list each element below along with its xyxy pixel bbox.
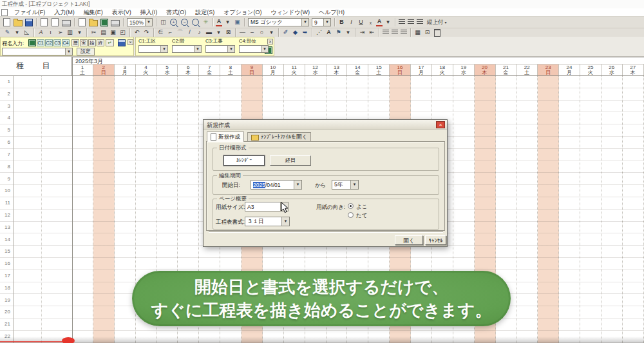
big-text-icon[interactable]: A [325, 28, 333, 37]
day-header-cell[interactable]: 16日 [390, 64, 411, 75]
day-header-cell[interactable]: 17月 [411, 64, 432, 75]
print-preview-icon[interactable] [52, 18, 59, 26]
category-field-select[interactable]: ▼ [239, 45, 269, 53]
grid-day-column[interactable] [580, 76, 601, 343]
select-arrow-icon[interactable]: ➢ [56, 28, 64, 37]
print-sheet-icon[interactable] [111, 20, 120, 26]
zoom-out-icon[interactable]: − [181, 19, 188, 26]
menu-item[interactable]: 書式(O) [162, 8, 191, 16]
menu-item[interactable]: 表示(V) [108, 8, 136, 16]
pen-color-icon[interactable]: ✎ [3, 28, 12, 37]
new-file-icon[interactable] [3, 18, 10, 26]
row-top-align-icon[interactable] [383, 30, 389, 35]
align-left-icon[interactable] [399, 19, 405, 25]
table-icon[interactable]: ▦ [413, 28, 422, 37]
menu-item[interactable]: ウィンドウ(W) [266, 8, 314, 16]
clipboard-icon[interactable]: ◰ [118, 28, 127, 37]
menu-item[interactable]: 編集(E) [79, 8, 108, 16]
c-button-c2[interactable]: C2 [45, 39, 53, 46]
undo-icon[interactable]: ↶ [133, 28, 141, 37]
day-header-cell[interactable]: 4火 [136, 64, 157, 75]
close-icon[interactable]: × [128, 39, 133, 45]
zoom-select[interactable]: 150%▼ [127, 18, 153, 26]
day-header-cell[interactable]: 23日 [538, 64, 559, 75]
align-center-icon[interactable] [408, 19, 414, 25]
ruler-icon[interactable]: ▥ [66, 28, 74, 37]
zoom-region-icon[interactable]: ◫ [159, 18, 167, 26]
toggle-button-1[interactable]: 層 [71, 39, 79, 46]
zoom-fit-icon[interactable] [192, 19, 199, 26]
open-folder-icon[interactable] [14, 20, 23, 26]
day-header-cell[interactable]: 22土 [516, 64, 538, 75]
line-style-icon[interactable]: — [238, 28, 247, 37]
menu-item[interactable]: 入力(M) [50, 8, 79, 16]
day-header-cell[interactable]: 14金 [347, 64, 368, 75]
text-color-dropdown-icon[interactable]: ▾ [384, 18, 392, 26]
page-copy-icon[interactable] [41, 18, 48, 26]
freeform-icon[interactable]: ♪ [195, 28, 204, 37]
settings-button[interactable]: 設定 [77, 48, 95, 55]
eraser-icon[interactable]: ◺ [23, 28, 31, 37]
day-header-cell[interactable]: 2日 [93, 64, 115, 75]
c-button-c4[interactable]: C4 [62, 39, 70, 46]
font-color-dropdown-icon[interactable]: ▾ [223, 18, 232, 26]
menu-item[interactable]: ヘルプ(H) [314, 8, 349, 16]
day-header-cell[interactable]: 19水 [453, 64, 475, 75]
text-small-icon[interactable]: ι [46, 28, 55, 37]
menu-item[interactable]: ファイル(F) [10, 8, 50, 16]
flag-dropdown-icon[interactable]: ▾ [344, 28, 352, 37]
day-header-cell[interactable]: 27木 [623, 64, 644, 75]
toggle-button-4[interactable]: 終 [97, 39, 104, 46]
video-progress-dot[interactable] [62, 337, 75, 343]
style-dropdown-icon[interactable]: ▾ [267, 28, 276, 37]
bar-icon[interactable]: ▬ [205, 28, 213, 37]
schedule-format-select[interactable]: ３１日 ▼ [245, 217, 290, 226]
curve-arrow-icon[interactable]: ➥ [301, 28, 309, 37]
paste-icon[interactable]: ▣ [109, 28, 117, 37]
line-icon[interactable]: / [185, 28, 194, 37]
day-header-cell[interactable]: 5水 [157, 64, 178, 75]
cut-icon[interactable]: ✂ [90, 28, 98, 37]
day-header-cell[interactable]: 13木 [327, 64, 348, 75]
day-header-cell[interactable]: 18火 [432, 64, 453, 75]
task-name-select[interactable]: ▼ [2, 48, 73, 55]
day-header-cell[interactable]: 12水 [305, 64, 327, 75]
skew-icon[interactable]: ⋰ [315, 28, 323, 37]
orientation-landscape-radio[interactable] [348, 203, 354, 209]
cell-icon[interactable]: ⊡ [423, 28, 431, 37]
sheet-open-icon[interactable] [89, 20, 98, 26]
tab-open-template[interactable]: ﾃﾝﾌﾟﾚｰﾄﾌｧｲﾙを開く [247, 132, 311, 142]
dash-style-icon[interactable]: – [248, 28, 256, 37]
print-icon[interactable] [62, 20, 71, 26]
grid-day-column[interactable] [623, 76, 644, 343]
text-slant-icon[interactable]: A [37, 28, 45, 37]
day-header-cell[interactable]: 24月 [559, 64, 580, 75]
day-number-format-button[interactable]: 経日 [270, 155, 311, 166]
row-bottom-align-icon[interactable] [401, 30, 407, 35]
day-header-cell[interactable]: 21金 [496, 64, 517, 75]
zoom-star-icon[interactable]: ✳ [202, 18, 210, 26]
day-header-cell[interactable]: 1土 [72, 64, 93, 75]
grid-day-column[interactable] [559, 76, 580, 343]
grid-day-column[interactable] [93, 76, 115, 343]
return-icon[interactable]: ↵ [106, 39, 114, 46]
bold-icon[interactable]: B [337, 18, 346, 26]
tate-format-button[interactable]: 縦上付▾ [426, 18, 448, 26]
polyline-icon[interactable]: ⌐ [166, 28, 175, 37]
dot-style-icon[interactable]: ○ [258, 28, 266, 37]
dialog-close-button[interactable]: × [436, 121, 445, 128]
pen-dropdown-icon[interactable]: ▾ [13, 28, 21, 37]
start-date-select[interactable]: 2025/04/01 ▼ [251, 180, 302, 190]
grid-green-icon[interactable] [28, 39, 36, 46]
shift-right-icon[interactable]: ⇥ [358, 28, 366, 37]
menu-item[interactable]: オプション(O) [219, 8, 266, 16]
box-x-icon[interactable]: ⊠ [224, 28, 232, 37]
flag-icon[interactable]: ⚑ [334, 28, 343, 37]
sheet-new-icon[interactable] [79, 18, 86, 26]
ruler-dropdown-icon[interactable]: ▾ [75, 28, 84, 37]
menu-item[interactable]: 挿入(I) [136, 8, 162, 16]
fill-icon[interactable]: ◆ [291, 28, 299, 37]
italic-icon[interactable]: I [347, 18, 355, 26]
dialog-titlebar[interactable]: 新規作成 × [204, 120, 447, 130]
category-field-select[interactable]: ▼ [172, 45, 202, 53]
